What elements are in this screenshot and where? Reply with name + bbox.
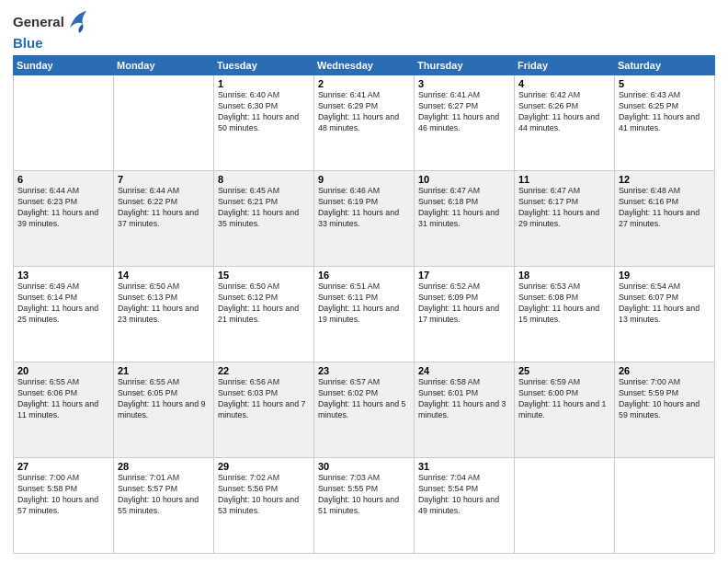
- day-info: Sunrise: 6:43 AM Sunset: 6:25 PM Dayligh…: [619, 90, 711, 134]
- calendar-cell: 27Sunrise: 7:00 AM Sunset: 5:58 PM Dayli…: [14, 458, 114, 554]
- day-number: 4: [518, 78, 610, 89]
- day-info: Sunrise: 6:58 AM Sunset: 6:01 PM Dayligh…: [418, 377, 510, 421]
- day-number: 15: [218, 270, 310, 281]
- day-info: Sunrise: 6:44 AM Sunset: 6:23 PM Dayligh…: [17, 186, 109, 230]
- calendar-cell: 21Sunrise: 6:55 AM Sunset: 6:05 PM Dayli…: [114, 362, 214, 458]
- day-info: Sunrise: 7:00 AM Sunset: 5:58 PM Dayligh…: [17, 473, 109, 517]
- day-info: Sunrise: 6:42 AM Sunset: 6:26 PM Dayligh…: [518, 90, 610, 134]
- calendar-cell: 22Sunrise: 6:56 AM Sunset: 6:03 PM Dayli…: [214, 362, 314, 458]
- header: General Blue: [13, 9, 715, 52]
- calendar-cell: 17Sunrise: 6:52 AM Sunset: 6:09 PM Dayli…: [415, 267, 515, 362]
- calendar-cell: 28Sunrise: 7:01 AM Sunset: 5:57 PM Dayli…: [114, 458, 214, 554]
- calendar-cell: 13Sunrise: 6:49 AM Sunset: 6:14 PM Dayli…: [14, 267, 114, 362]
- day-number: 29: [218, 461, 310, 472]
- day-number: 8: [218, 174, 310, 185]
- calendar-cell: 6Sunrise: 6:44 AM Sunset: 6:23 PM Daylig…: [14, 171, 114, 267]
- week-row-2: 6Sunrise: 6:44 AM Sunset: 6:23 PM Daylig…: [14, 171, 715, 267]
- calendar-cell: 20Sunrise: 6:55 AM Sunset: 6:06 PM Dayli…: [14, 362, 114, 458]
- day-number: 21: [118, 365, 210, 376]
- day-number: 28: [118, 461, 210, 472]
- calendar-cell: 24Sunrise: 6:58 AM Sunset: 6:01 PM Dayli…: [415, 362, 515, 458]
- calendar-cell: 2Sunrise: 6:41 AM Sunset: 6:29 PM Daylig…: [314, 75, 415, 171]
- day-info: Sunrise: 6:46 AM Sunset: 6:19 PM Dayligh…: [318, 186, 410, 230]
- day-number: 12: [619, 174, 711, 185]
- day-number: 30: [318, 461, 410, 472]
- day-number: 31: [418, 461, 510, 472]
- weekday-header-wednesday: Wednesday: [314, 56, 415, 75]
- day-number: 5: [619, 78, 711, 89]
- day-number: 1: [218, 78, 310, 89]
- calendar-cell: 9Sunrise: 6:46 AM Sunset: 6:19 PM Daylig…: [314, 171, 415, 267]
- logo-bird-icon: [66, 9, 86, 35]
- calendar-cell: 30Sunrise: 7:03 AM Sunset: 5:55 PM Dayli…: [314, 458, 415, 554]
- day-info: Sunrise: 6:44 AM Sunset: 6:22 PM Dayligh…: [118, 186, 210, 230]
- day-info: Sunrise: 6:56 AM Sunset: 6:03 PM Dayligh…: [218, 377, 310, 421]
- day-number: 3: [418, 78, 510, 89]
- day-info: Sunrise: 6:54 AM Sunset: 6:07 PM Dayligh…: [619, 282, 711, 326]
- week-row-5: 27Sunrise: 7:00 AM Sunset: 5:58 PM Dayli…: [14, 458, 715, 554]
- day-info: Sunrise: 6:45 AM Sunset: 6:21 PM Dayligh…: [218, 186, 310, 230]
- calendar-cell: 16Sunrise: 6:51 AM Sunset: 6:11 PM Dayli…: [314, 267, 415, 362]
- day-info: Sunrise: 6:55 AM Sunset: 6:05 PM Dayligh…: [118, 377, 210, 421]
- day-info: Sunrise: 6:51 AM Sunset: 6:11 PM Dayligh…: [318, 282, 410, 326]
- calendar-cell: 19Sunrise: 6:54 AM Sunset: 6:07 PM Dayli…: [615, 267, 715, 362]
- calendar-cell: 14Sunrise: 6:50 AM Sunset: 6:13 PM Dayli…: [114, 267, 214, 362]
- day-number: 23: [318, 365, 410, 376]
- day-info: Sunrise: 6:47 AM Sunset: 6:18 PM Dayligh…: [418, 186, 510, 230]
- calendar: SundayMondayTuesdayWednesdayThursdayFrid…: [13, 55, 715, 554]
- day-number: 24: [418, 365, 510, 376]
- day-number: 27: [17, 461, 109, 472]
- calendar-cell: 10Sunrise: 6:47 AM Sunset: 6:18 PM Dayli…: [415, 171, 515, 267]
- day-number: 13: [17, 270, 109, 281]
- calendar-cell: 23Sunrise: 6:57 AM Sunset: 6:02 PM Dayli…: [314, 362, 415, 458]
- day-number: 22: [218, 365, 310, 376]
- calendar-cell: 25Sunrise: 6:59 AM Sunset: 6:00 PM Dayli…: [515, 362, 615, 458]
- day-number: 9: [318, 174, 410, 185]
- weekday-header-friday: Friday: [515, 56, 615, 75]
- calendar-cell: 26Sunrise: 7:00 AM Sunset: 5:59 PM Dayli…: [615, 362, 715, 458]
- weekday-header-thursday: Thursday: [415, 56, 515, 75]
- calendar-cell: [14, 75, 114, 171]
- weekday-header-monday: Monday: [114, 56, 214, 75]
- weekday-header-sunday: Sunday: [14, 56, 114, 75]
- day-number: 20: [17, 365, 109, 376]
- calendar-cell: [615, 458, 715, 554]
- day-info: Sunrise: 6:59 AM Sunset: 6:00 PM Dayligh…: [518, 377, 610, 421]
- day-info: Sunrise: 7:01 AM Sunset: 5:57 PM Dayligh…: [118, 473, 210, 517]
- calendar-cell: 31Sunrise: 7:04 AM Sunset: 5:54 PM Dayli…: [415, 458, 515, 554]
- day-number: 17: [418, 270, 510, 281]
- calendar-cell: 8Sunrise: 6:45 AM Sunset: 6:21 PM Daylig…: [214, 171, 314, 267]
- day-number: 7: [118, 174, 210, 185]
- calendar-cell: 12Sunrise: 6:48 AM Sunset: 6:16 PM Dayli…: [615, 171, 715, 267]
- day-info: Sunrise: 6:47 AM Sunset: 6:17 PM Dayligh…: [518, 186, 610, 230]
- day-info: Sunrise: 6:52 AM Sunset: 6:09 PM Dayligh…: [418, 282, 510, 326]
- day-info: Sunrise: 6:48 AM Sunset: 6:16 PM Dayligh…: [619, 186, 711, 230]
- calendar-cell: [515, 458, 615, 554]
- weekday-header-saturday: Saturday: [615, 56, 715, 75]
- calendar-cell: 1Sunrise: 6:40 AM Sunset: 6:30 PM Daylig…: [214, 75, 314, 171]
- day-info: Sunrise: 6:41 AM Sunset: 6:27 PM Dayligh…: [418, 90, 510, 134]
- day-number: 6: [17, 174, 109, 185]
- calendar-cell: 11Sunrise: 6:47 AM Sunset: 6:17 PM Dayli…: [515, 171, 615, 267]
- weekday-header-tuesday: Tuesday: [214, 56, 314, 75]
- calendar-cell: 15Sunrise: 6:50 AM Sunset: 6:12 PM Dayli…: [214, 267, 314, 362]
- calendar-cell: 5Sunrise: 6:43 AM Sunset: 6:25 PM Daylig…: [615, 75, 715, 171]
- day-info: Sunrise: 6:40 AM Sunset: 6:30 PM Dayligh…: [218, 90, 310, 134]
- logo-blue: Blue: [13, 35, 43, 51]
- day-number: 25: [518, 365, 610, 376]
- day-info: Sunrise: 6:57 AM Sunset: 6:02 PM Dayligh…: [318, 377, 410, 421]
- week-row-3: 13Sunrise: 6:49 AM Sunset: 6:14 PM Dayli…: [14, 267, 715, 362]
- day-number: 18: [518, 270, 610, 281]
- day-info: Sunrise: 6:41 AM Sunset: 6:29 PM Dayligh…: [318, 90, 410, 134]
- logo: General Blue: [13, 9, 86, 52]
- page: General Blue SundayMondayTuesdayWednesda…: [0, 0, 728, 563]
- day-info: Sunrise: 6:50 AM Sunset: 6:13 PM Dayligh…: [118, 282, 210, 326]
- weekday-header-row: SundayMondayTuesdayWednesdayThursdayFrid…: [14, 56, 715, 75]
- calendar-cell: [114, 75, 214, 171]
- calendar-cell: 7Sunrise: 6:44 AM Sunset: 6:22 PM Daylig…: [114, 171, 214, 267]
- day-number: 10: [418, 174, 510, 185]
- day-info: Sunrise: 6:49 AM Sunset: 6:14 PM Dayligh…: [17, 282, 109, 326]
- day-number: 11: [518, 174, 610, 185]
- week-row-4: 20Sunrise: 6:55 AM Sunset: 6:06 PM Dayli…: [14, 362, 715, 458]
- calendar-cell: 3Sunrise: 6:41 AM Sunset: 6:27 PM Daylig…: [415, 75, 515, 171]
